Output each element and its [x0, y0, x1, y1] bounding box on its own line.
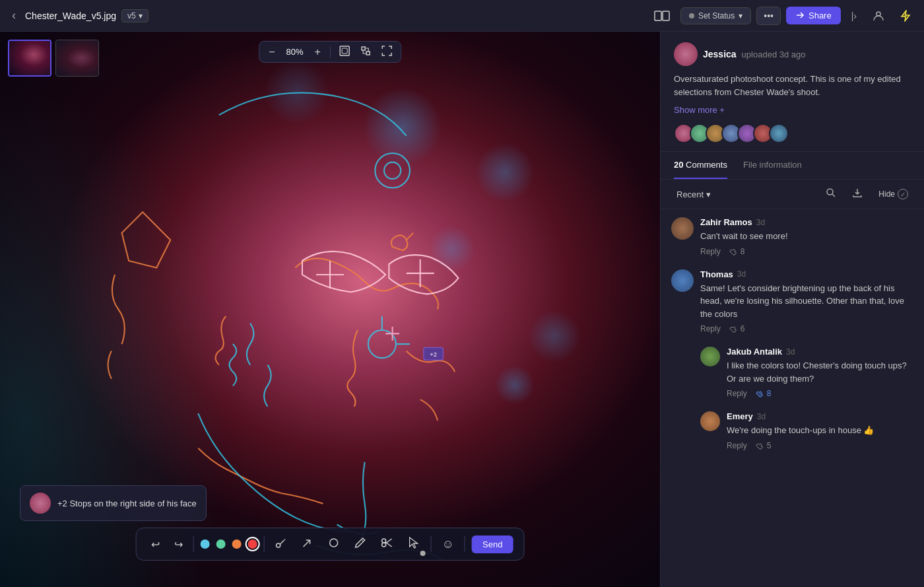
- nested-comment: Jakub Antalik 3d I like the colors too! …: [700, 347, 913, 398]
- pen-tool[interactable]: [350, 534, 370, 554]
- canvas-area: − 80% +: [0, 32, 660, 587]
- svg-rect-5: [362, 47, 365, 50]
- reply-button[interactable]: Reply: [700, 247, 721, 256]
- comment-item: Jakub Antalik 3d I like the colors too! …: [700, 347, 913, 398]
- avatar-jakub: [700, 347, 720, 366]
- like-button[interactable]: 5: [755, 441, 772, 450]
- thumbnail-next[interactable]: [55, 40, 99, 77]
- hide-button[interactable]: Hide ✓: [873, 186, 913, 202]
- comment-actions: Reply 8: [727, 389, 913, 398]
- reply-button[interactable]: Reply: [727, 441, 747, 450]
- split-view-button[interactable]: [649, 8, 675, 24]
- toolbar-separator-2: [264, 536, 265, 552]
- search-comments-button[interactable]: [820, 185, 842, 203]
- topbar-left: ‹ Chester_Wade_v5.jpg v5 ▾: [8, 6, 644, 25]
- comment-item: Zahir Ramos 3d Can't wait to see more! R…: [671, 217, 913, 256]
- commenter-name: Thomas: [700, 269, 733, 279]
- fit-view-button[interactable]: [336, 44, 353, 59]
- thumbnail-selected[interactable]: [8, 40, 51, 77]
- author-avatar: [674, 42, 698, 66]
- reply-button[interactable]: Reply: [727, 389, 747, 398]
- comment-content: I like the colors too! Chester's doing t…: [727, 359, 913, 385]
- comment-time: 3d: [757, 412, 766, 421]
- comment-body-jakub: Jakub Antalik 3d I like the colors too! …: [727, 347, 913, 398]
- svg-point-24: [382, 539, 386, 543]
- zoom-value: 80%: [283, 47, 307, 57]
- svg-point-27: [827, 189, 833, 195]
- zoom-out-button[interactable]: −: [265, 45, 279, 59]
- color-orange[interactable]: [232, 539, 242, 549]
- svg-text:+2: +2: [430, 351, 437, 358]
- right-panel: Jessica uploaded 3d ago Oversaturated ph…: [660, 32, 924, 587]
- svg-point-21: [330, 539, 338, 547]
- show-more-button[interactable]: Show more +: [674, 105, 725, 115]
- zoom-controls: − 80% +: [259, 41, 401, 63]
- like-button[interactable]: 8: [755, 389, 772, 398]
- comment-bubble-avatar: [30, 493, 51, 514]
- share-button[interactable]: Share: [786, 7, 841, 24]
- tab-comments[interactable]: 20 Comments: [674, 152, 727, 179]
- svg-rect-3: [340, 46, 349, 55]
- comment-actions: Reply 6: [700, 324, 913, 333]
- more-options-button[interactable]: •••: [756, 7, 781, 25]
- avatar-zahir: [671, 217, 694, 240]
- svg-rect-1: [663, 11, 669, 20]
- commenter-name: Jakub Antalik: [727, 347, 782, 357]
- svg-rect-6: [366, 52, 370, 55]
- expand-view-button[interactable]: [357, 44, 374, 59]
- comment-body-zahir: Zahir Ramos 3d Can't wait to see more! R…: [700, 217, 913, 256]
- like-button[interactable]: 6: [729, 324, 745, 333]
- reply-button[interactable]: Reply: [700, 324, 721, 333]
- lightning-icon-button[interactable]: [895, 7, 916, 24]
- eraser-tool[interactable]: [377, 534, 398, 554]
- tab-file-information[interactable]: File information: [743, 152, 802, 179]
- comments-list: Zahir Ramos 3d Can't wait to see more! R…: [661, 209, 924, 587]
- author-description: Oversaturated photoshoot concept. This i…: [674, 73, 911, 98]
- fullscreen-button[interactable]: [378, 44, 395, 59]
- status-dot-icon: [689, 13, 694, 18]
- toolbar-separator-1: [193, 536, 194, 552]
- cursor-tool[interactable]: [405, 534, 424, 555]
- version-selector[interactable]: v5 ▾: [121, 9, 148, 22]
- send-button[interactable]: Send: [472, 535, 513, 553]
- back-button[interactable]: ‹: [8, 6, 20, 25]
- color-green[interactable]: [216, 539, 226, 549]
- eyedropper-tool[interactable]: [271, 534, 291, 554]
- svg-rect-4: [342, 48, 347, 53]
- color-red[interactable]: [248, 539, 257, 549]
- comment-item: Emery 3d We're doing the touch-ups in ho…: [700, 411, 913, 450]
- color-cyan[interactable]: [201, 539, 210, 549]
- svg-point-8: [384, 162, 401, 179]
- circle-tool[interactable]: [324, 534, 344, 554]
- collapse-panel-button[interactable]: |›: [846, 8, 862, 24]
- comment-meta: Zahir Ramos 3d: [700, 217, 913, 227]
- emoji-button[interactable]: ☺: [438, 535, 458, 554]
- topbar-center: [649, 8, 675, 24]
- comment-content: Same! Let's consider brightening up the …: [700, 282, 913, 321]
- comment-time: 3d: [786, 347, 795, 357]
- svg-line-26: [385, 542, 392, 547]
- comment-meta: Emery 3d: [727, 411, 913, 421]
- comment-body-thomas: Thomas 3d Same! Let's consider brighteni…: [700, 269, 913, 334]
- download-comments-button[interactable]: [847, 185, 868, 203]
- zoom-in-button[interactable]: +: [311, 45, 325, 59]
- like-button[interactable]: 8: [729, 247, 745, 256]
- svg-rect-0: [655, 11, 661, 20]
- comment-content: We're doing the touch-ups in house 👍: [727, 424, 913, 437]
- comment-bubble-text: +2 Stops on the right side of his face: [57, 499, 197, 508]
- comment-content: Can't wait to see more!: [700, 230, 913, 243]
- sort-button[interactable]: Recent ▾: [671, 187, 716, 202]
- drawing-toolbar: ↩ ↪: [136, 528, 525, 561]
- user-icon-button[interactable]: [867, 7, 890, 24]
- redo-button[interactable]: ↪: [170, 535, 187, 553]
- viewer-avatar-7: [769, 123, 789, 143]
- undo-button[interactable]: ↩: [147, 535, 164, 553]
- topbar-right: Set Status ▾ ••• Share |›: [680, 7, 916, 25]
- viewers-avatars: [674, 123, 911, 143]
- toolbar-separator-4: [465, 536, 465, 552]
- commenter-name: Zahir Ramos: [700, 217, 752, 227]
- arrow-tool[interactable]: [298, 534, 317, 554]
- comment-actions: Reply 8: [700, 247, 913, 256]
- hide-check-icon: ✓: [898, 189, 908, 199]
- set-status-button[interactable]: Set Status ▾: [680, 7, 751, 24]
